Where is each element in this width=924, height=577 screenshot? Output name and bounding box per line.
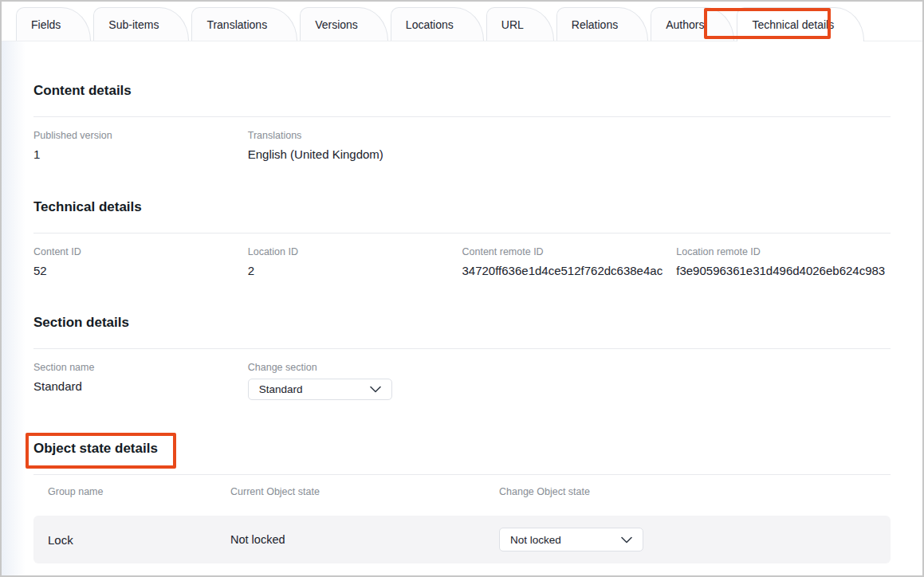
tab-panel-technical-details: Content details Published version 1 Tran… — [2, 41, 922, 563]
field-value: 2 — [248, 263, 462, 278]
column-header-group-name: Group name — [33, 486, 230, 498]
column-header-current-object-state: Current Object state — [230, 486, 499, 498]
field-label: Published version — [33, 130, 248, 142]
field-change-section: Change section Standard — [248, 362, 462, 400]
section-object-state-details: Object state details Group name Current … — [33, 400, 891, 563]
section-section-details: Section details Section name Standard Ch… — [33, 278, 891, 400]
tab-bar: Fields Sub-items Translations Versions L… — [2, 2, 922, 41]
field-location-remote-id: Location remote ID f3e90596361e31d496d40… — [676, 246, 891, 278]
content-details-title: Content details — [33, 82, 891, 99]
field-section-name: Section name Standard — [33, 362, 248, 400]
field-published-version: Published version 1 — [33, 130, 248, 162]
change-object-state-selected-value: Not locked — [510, 534, 561, 546]
current-object-state-value: Not locked — [230, 533, 499, 546]
field-label: Content remote ID — [462, 246, 677, 258]
object-state-details-title: Object state details — [33, 440, 891, 457]
field-value: 34720ff636e1d4ce512f762dc638e4ac — [462, 263, 677, 278]
field-location-id: Location ID 2 — [248, 246, 462, 278]
change-section-dropdown[interactable]: Standard — [248, 379, 392, 400]
chevron-down-icon — [615, 534, 632, 546]
field-value: f3e90596361e31d496d4026eb624c983 — [676, 263, 891, 278]
tab-versions[interactable]: Versions — [300, 7, 388, 41]
section-technical-details: Technical details Content ID 52 Location… — [33, 162, 891, 278]
column-header-change-object-state: Change Object state — [499, 486, 891, 498]
field-value: English (United Kingdom) — [248, 147, 462, 162]
field-content-remote-id: Content remote ID 34720ff636e1d4ce512f76… — [462, 246, 677, 278]
tab-authors[interactable]: Authors — [651, 7, 734, 41]
technical-details-title: Technical details — [33, 198, 891, 215]
tab-technical-details[interactable]: Technical details — [737, 7, 864, 41]
tab-sub-items[interactable]: Sub-items — [93, 7, 189, 41]
field-label: Change section — [248, 362, 462, 374]
change-object-state-dropdown[interactable]: Not locked — [499, 528, 643, 551]
change-section-selected-value: Standard — [259, 383, 303, 395]
chevron-down-icon — [364, 383, 381, 395]
object-state-table-header: Group name Current Object state Change O… — [33, 475, 891, 498]
tab-translations[interactable]: Translations — [191, 7, 297, 41]
tab-url[interactable]: URL — [486, 7, 554, 41]
field-translations: Translations English (United Kingdom) — [248, 130, 462, 162]
section-content-details: Content details Published version 1 Tran… — [33, 41, 891, 162]
field-label: Section name — [33, 362, 248, 374]
tab-locations[interactable]: Locations — [391, 7, 484, 41]
section-details-title: Section details — [33, 314, 891, 331]
field-value: 52 — [33, 263, 248, 278]
table-row: Lock Not locked Not locked — [33, 516, 891, 563]
field-label: Translations — [248, 130, 462, 142]
field-label: Location remote ID — [676, 246, 891, 258]
tab-fields[interactable]: Fields — [16, 7, 91, 41]
field-value: 1 — [33, 147, 248, 162]
field-value: Standard — [33, 379, 248, 394]
field-label: Content ID — [33, 246, 248, 258]
field-content-id: Content ID 52 — [33, 246, 248, 278]
technical-details-page: Fields Sub-items Translations Versions L… — [0, 0, 924, 577]
group-name-value: Lock — [33, 533, 230, 547]
field-label: Location ID — [248, 246, 462, 258]
tab-relations[interactable]: Relations — [556, 7, 648, 41]
